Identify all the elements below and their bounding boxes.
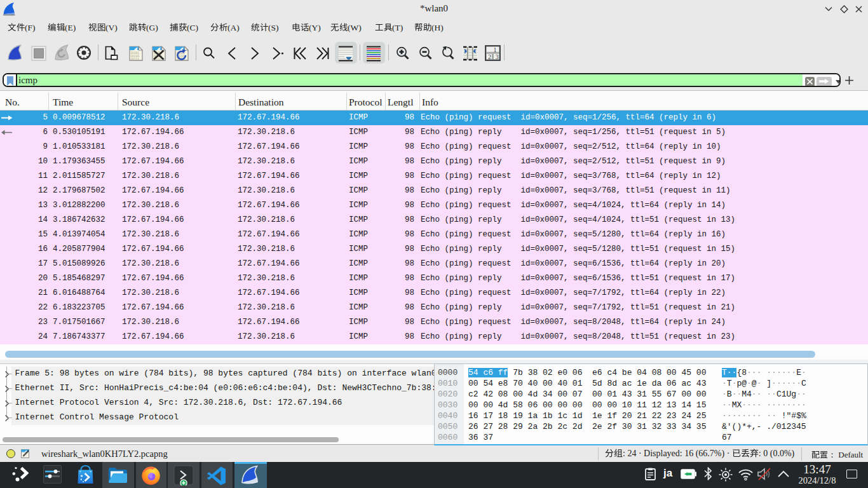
svg-text:2: 2 (488, 53, 491, 60)
svg-text:3: 3 (496, 53, 499, 60)
svg-text:1: 1 (494, 46, 497, 53)
svg-text:0111: 0111 (131, 58, 139, 61)
